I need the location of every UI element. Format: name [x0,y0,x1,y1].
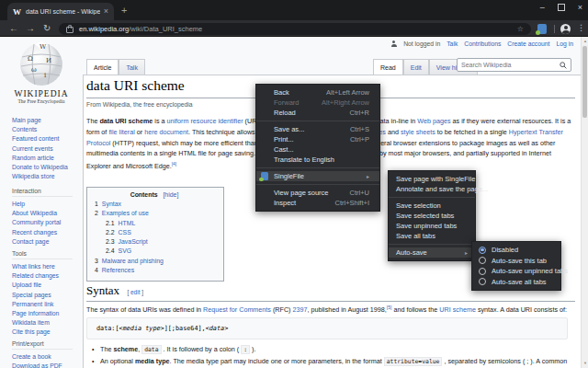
menu-item-translate[interactable]: Translate to English [256,155,379,165]
menu-separator [389,197,475,198]
new-tab-button[interactable]: + [121,6,127,16]
sidebar-item-what-links-here[interactable]: What links here [12,262,80,271]
window-minimize-icon[interactable]: – [540,3,545,12]
sidebar-item-about[interactable]: About Wikipedia [12,209,80,218]
radio-unselected-icon [479,257,486,264]
logo-wordmark: WIKIPEDIA [0,89,83,98]
svg-text:W: W [40,43,47,51]
menu-item-save-as[interactable]: Save as...Ctrl+S [256,124,379,134]
toc-item-references[interactable]: 4References [95,266,214,275]
search-icon[interactable] [560,62,567,69]
tab-article[interactable]: Article [86,59,119,75]
sidebar-item-random-article[interactable]: Random article [12,154,80,163]
sidebar-item-permanent-link[interactable]: Permanent link [12,300,80,309]
sidebar-item-recent-changes[interactable]: Recent changes [12,228,80,237]
syntax-code-block: data:[<media type>][;base64],<data> [86,317,568,339]
sidebar-item-special-pages[interactable]: Special pages [12,291,80,300]
page-scrollbar[interactable]: ▲ ▼ [581,37,588,368]
radio-unselected-icon [479,268,486,275]
menu-item-autosave-unpinned-tabs[interactable]: Auto-save unpinned tabs [472,266,560,277]
menu-item-autosave-disabled[interactable]: Disabled [472,245,560,256]
address-bar[interactable]: en.wikipedia.org/wiki/Data_URI_scheme ☆ [59,23,531,35]
singlefile-extension-icon[interactable] [537,24,547,34]
log-in-link[interactable]: Log in [556,40,573,47]
toc-item-css[interactable]: 2.2CSS [95,228,214,237]
scroll-up-icon[interactable]: ▲ [582,38,588,45]
sidebar-item-upload-file[interactable]: Upload file [12,281,80,290]
sidebar-item-page-information[interactable]: Page information [12,309,80,318]
menu-item-cast[interactable]: Cast... [256,144,379,155]
create-account-link[interactable]: Create account [507,40,549,47]
menu-item-reload[interactable]: ReloadCtrl+R [256,108,379,118]
menu-item-autosave-this-tab[interactable]: Auto-save this tab [472,256,560,267]
syntax-paragraph: The syntax of data URIs was defined in R… [86,305,576,314]
browser-tab[interactable]: W data URI scheme - Wikipedia × [7,3,114,20]
menu-item-save-selection[interactable]: Save selection [389,201,475,211]
sidebar-item-contents[interactable]: Contents [12,125,80,134]
menu-separator [256,121,379,121]
menu-item-save-selected-tabs[interactable]: Save selected tabs [389,211,475,221]
menu-item-save-all-tabs[interactable]: Save all tabs [389,231,475,241]
sidebar-item-help[interactable]: Help [12,200,80,209]
menu-item-print[interactable]: Print...Ctrl+P [256,134,379,144]
bullet-scheme: The scheme, data . It is followed by a c… [92,344,577,356]
menu-item-inspect[interactable]: InspectCtrl+Shift+I [256,198,379,208]
sidebar-header-print-export: Print/export [12,340,73,350]
talk-link[interactable]: Talk [447,40,458,47]
sidebar-item-community-portal[interactable]: Community portal [12,218,80,227]
scroll-down-icon[interactable]: ▼ [582,360,588,367]
toc-item-html[interactable]: 2.1HTML [95,219,214,228]
sidebar-item-donate[interactable]: Donate to Wikipedia [12,163,80,172]
window-maximize-icon[interactable] [558,4,565,11]
radio-selected-icon [479,247,486,254]
sidebar-item-featured-content[interactable]: Featured content [12,134,80,144]
menu-item-auto-save[interactable]: Auto-save ▸ [389,247,475,258]
tab-talk[interactable]: Talk [119,59,144,75]
sidebar-item-cite-this-page[interactable]: Cite this page [12,328,80,337]
window-close-icon[interactable]: × [578,3,582,12]
menu-item-singlefile[interactable]: SingleFile ▸ [256,171,379,181]
sidebar-item-create-a-book[interactable]: Create a book [12,352,80,362]
contributions-link[interactable]: Contributions [464,40,501,47]
toc-item-examples[interactable]: 2Examples of use [95,209,214,218]
sidebar-item-current-events[interactable]: Current events [12,144,80,154]
scrollbar-thumb[interactable] [582,46,587,118]
sidebar-item-download-as-pdf[interactable]: Download as PDF [12,362,80,368]
toc-item-syntax[interactable]: 1Syntax [95,200,214,209]
menu-item-annotate-and-save[interactable]: Annotate and save the page... [389,184,475,194]
toc-item-malware[interactable]: 3Malware and phishing [95,257,214,266]
svg-text:Ω: Ω [28,55,33,63]
bookmark-star-icon[interactable]: ☆ [517,25,524,33]
toc-hide-link[interactable]: [hide] [163,191,178,198]
toc-item-javascript[interactable]: 2.3JavaScript [95,237,214,247]
search-input[interactable] [458,62,560,68]
tab-close-icon[interactable]: × [104,7,108,16]
profile-avatar-icon[interactable] [560,24,571,34]
sidebar-item-related-changes[interactable]: Related changes [12,271,80,281]
edit-section-link[interactable]: [ edit ] [127,289,143,295]
singlefile-submenu: Save page with SingleFile Annotate and s… [388,170,476,261]
menu-item-save-unpinned-tabs[interactable]: Save unpinned tabs [389,221,475,231]
browser-menu-icon[interactable]: ⋮ [577,23,585,32]
toc-item-svg[interactable]: 2.4SVG [95,247,214,256]
menu-item-view-page-source[interactable]: View page sourceCtrl+U [256,188,379,198]
browser-window: W data URI scheme - Wikipedia × + – × ← … [0,0,588,368]
menu-item-autosave-all-tabs[interactable]: Auto-save all tabs [472,277,560,288]
tab-edit[interactable]: Edit [403,59,429,75]
menu-item-save-page-with-singlefile[interactable]: Save page with SingleFile [389,174,475,184]
sidebar-item-main-page[interactable]: Main page [12,116,80,125]
menu-item-back[interactable]: BackAlt+Left Arrow [256,87,379,98]
wikipedia-logo[interactable]: W Ω И ω i WIKIPEDIA The Free Encyclopedi… [0,40,83,104]
reload-icon[interactable]: ↻ [43,23,51,34]
autosave-submenu: Disabled Auto-save this tab Auto-save un… [471,241,561,291]
forward-icon[interactable]: → [26,23,35,34]
browser-toolbar: ← → ↻ en.wikipedia.org/wiki/Data_URI_sch… [0,20,588,37]
submenu-arrow-icon: ▸ [367,173,369,179]
not-logged-in-link[interactable]: Not logged in [403,40,440,47]
sidebar-item-store[interactable]: Wikipedia store [12,172,80,181]
sidebar-item-contact[interactable]: Contact page [12,237,80,247]
sidebar-item-wikidata-item[interactable]: Wikidata item [12,318,80,328]
tab-read[interactable]: Read [373,59,403,75]
back-icon[interactable]: ← [9,23,18,34]
lock-icon[interactable] [66,27,74,33]
